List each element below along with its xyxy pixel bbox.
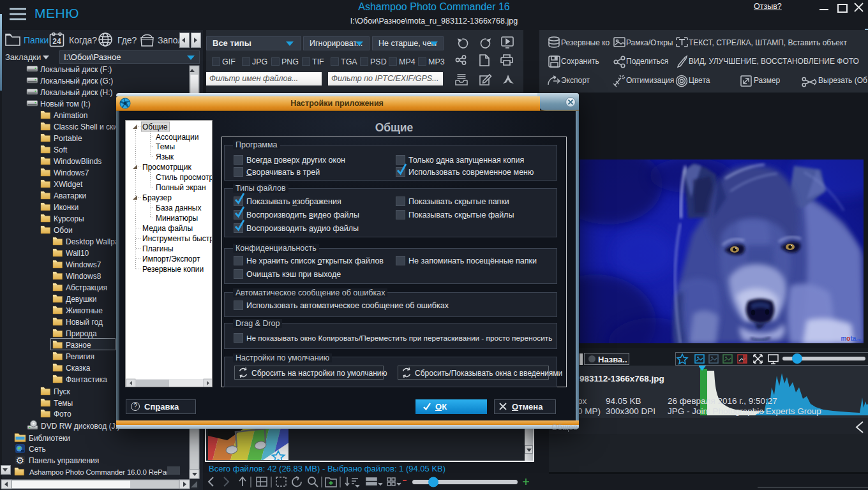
svg-text:Wall10: Wall10 — [66, 249, 89, 258]
svg-text:Темы: Темы — [156, 142, 175, 151]
svg-text:Локальный диск (G:): Локальный диск (G:) — [40, 77, 113, 85]
svg-text:XWidget: XWidget — [54, 180, 83, 189]
svg-text:Фото: Фото — [54, 410, 71, 419]
svg-text:Библиотеки: Библиотеки — [29, 434, 70, 443]
svg-text:Просмотрщик: Просмотрщик — [142, 163, 191, 172]
svg-text:Природа: Природа — [66, 329, 97, 338]
svg-text:Windows8: Windows8 — [66, 272, 101, 281]
svg-text:Резервные копии: Резервные копии — [142, 265, 204, 274]
svg-text:Животные: Животные — [66, 306, 103, 315]
svg-text:Ashampoo Photo Commander 16.0.: Ashampoo Photo Commander 16.0.0 RePack — [29, 468, 174, 476]
svg-text:Курсоры: Курсоры — [54, 214, 84, 223]
svg-text:Сказка: Сказка — [66, 364, 91, 373]
svg-text:Полный экран: Полный экран — [156, 183, 206, 192]
svg-text:WindowBlinds: WindowBlinds — [54, 157, 101, 166]
svg-text:Animation: Animation — [54, 111, 87, 120]
svg-text:Фантастика: Фантастика — [66, 375, 107, 384]
svg-text:Soft: Soft — [54, 145, 68, 154]
svg-text:Религия: Религия — [66, 352, 94, 361]
svg-text:База данных: База данных — [156, 204, 201, 212]
svg-text:Темы: Темы — [54, 399, 73, 408]
svg-text:Импорт/Экспорт: Импорт/Экспорт — [142, 255, 200, 264]
svg-text:Иконки: Иконки — [54, 203, 79, 212]
svg-text:Медиа файлы: Медиа файлы — [142, 224, 193, 233]
svg-text:Девушки: Девушки — [66, 295, 97, 304]
svg-text:Локальный диск (F:): Локальный диск (F:) — [40, 65, 112, 74]
svg-text:Новый том (I:): Новый том (I:) — [40, 100, 91, 108]
svg-text:Windows7: Windows7 — [66, 260, 101, 269]
svg-text:Ассоциации: Ассоциации — [156, 133, 198, 142]
svg-text:Разное: Разное — [66, 341, 91, 350]
svg-text:Локальный диск (H:): Локальный диск (H:) — [40, 88, 113, 97]
svg-text:Панель управления: Панель управления — [29, 456, 99, 465]
svg-text:Обои: Обои — [54, 226, 73, 235]
svg-text:Абстракция: Абстракция — [66, 283, 107, 292]
svg-text:Classic Shell и скин: Classic Shell и скин — [54, 122, 122, 131]
svg-text:Браузер: Браузер — [142, 193, 172, 202]
svg-text:Пуск: Пуск — [54, 387, 70, 396]
svg-text:Аватарки: Аватарки — [54, 191, 86, 200]
svg-text:⚙: ⚙ — [16, 455, 24, 466]
svg-text:Windows7: Windows7 — [54, 168, 89, 177]
svg-text:Новый год: Новый год — [66, 318, 103, 327]
svg-text:Инструменты быстро: Инструменты быстро — [142, 234, 213, 243]
svg-text:Сеть: Сеть — [29, 445, 46, 454]
svg-text:Язык: Язык — [156, 152, 174, 161]
svg-text:Миниатюры: Миниатюры — [156, 214, 198, 223]
svg-text:DVD RW дисковод (J:): DVD RW дисковод (J:) — [41, 422, 120, 431]
svg-text:Общие: Общие — [142, 122, 168, 131]
svg-text:Плагины: Плагины — [142, 244, 174, 253]
svg-text:Стиль просмотра: Стиль просмотра — [156, 173, 213, 182]
svg-text:Desktop Wallpap: Desktop Wallpap — [66, 237, 124, 246]
svg-text:Portable: Portable — [54, 134, 82, 143]
